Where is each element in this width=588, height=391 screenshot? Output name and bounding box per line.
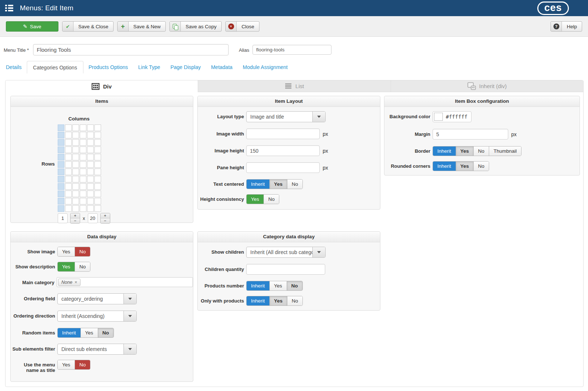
grid-cell[interactable]: [94, 139, 101, 146]
grid-cell[interactable]: [80, 169, 86, 175]
columns-increment-button[interactable]: +: [101, 213, 110, 218]
grid-cell[interactable]: [94, 191, 101, 197]
use-menu-name-no[interactable]: No: [75, 360, 90, 369]
products-number-no[interactable]: No: [287, 281, 302, 290]
grid-cell[interactable]: [65, 169, 72, 175]
grid-cell[interactable]: [87, 176, 94, 182]
main-category-input[interactable]: None ×: [57, 277, 193, 287]
pane-height-input[interactable]: [246, 162, 320, 173]
save-new-button[interactable]: + Save & New: [117, 21, 166, 32]
columns-count-input[interactable]: [88, 213, 98, 223]
grid-cell[interactable]: [94, 183, 101, 190]
save-copy-button[interactable]: Save as Copy: [169, 21, 222, 32]
text-centered-yes[interactable]: Yes: [269, 180, 287, 189]
grid-cell[interactable]: [72, 198, 79, 204]
grid-cell[interactable]: [87, 146, 94, 153]
rounded-corners-inherit[interactable]: Inherit: [433, 162, 456, 171]
grid-cell[interactable]: [87, 139, 94, 146]
tab-details[interactable]: Details: [6, 61, 27, 73]
grid-cell[interactable]: [87, 198, 94, 204]
border-no[interactable]: No: [473, 146, 489, 156]
grid-cell[interactable]: [58, 183, 64, 190]
grid-cell[interactable]: [87, 205, 94, 212]
tab-products-options[interactable]: Products Options: [83, 61, 133, 73]
only-with-products-yes[interactable]: Yes: [269, 296, 287, 305]
grid-cell[interactable]: [87, 169, 94, 175]
grid-cell[interactable]: [80, 176, 86, 182]
save-button[interactable]: ✎ Save: [6, 21, 58, 32]
background-color-picker[interactable]: #ffffff: [433, 111, 472, 122]
grid-cell[interactable]: [72, 139, 79, 146]
grid-cell[interactable]: [65, 132, 72, 138]
text-centered-inherit[interactable]: Inherit: [247, 180, 269, 189]
products-number-inherit[interactable]: Inherit: [247, 281, 269, 290]
grid-cell[interactable]: [72, 183, 79, 190]
grid-cell[interactable]: [65, 154, 72, 160]
grid-cell[interactable]: [58, 191, 64, 197]
grid-cell[interactable]: [58, 124, 64, 131]
border-thumbnail[interactable]: Thumbnail: [489, 146, 521, 156]
show-image-yes[interactable]: Yes: [58, 247, 75, 256]
grid-cell[interactable]: [72, 146, 79, 153]
grid-cell[interactable]: [87, 124, 94, 131]
rounded-corners-no[interactable]: No: [473, 162, 489, 171]
caret-down-icon[interactable]: [312, 247, 325, 257]
show-children-select[interactable]: Inherit (All direct sub categori…: [246, 247, 326, 258]
grid-cell[interactable]: [58, 146, 64, 153]
grid-cell[interactable]: [94, 169, 101, 175]
grid-cell[interactable]: [58, 154, 64, 160]
products-number-yes[interactable]: Yes: [269, 281, 287, 290]
subtab-div[interactable]: Div: [6, 80, 198, 92]
random-items-no[interactable]: No: [98, 328, 114, 337]
grid-cell[interactable]: [58, 139, 64, 146]
grid-cell[interactable]: [87, 132, 94, 138]
grid-cell[interactable]: [80, 183, 86, 190]
grid-cell[interactable]: [72, 176, 79, 182]
only-with-products-no[interactable]: No: [287, 296, 302, 305]
text-centered-no[interactable]: No: [287, 180, 302, 189]
height-consistency-yes[interactable]: Yes: [247, 195, 263, 204]
random-items-yes[interactable]: Yes: [80, 328, 98, 337]
grid-cell[interactable]: [87, 183, 94, 190]
grid-cell[interactable]: [65, 205, 72, 212]
grid-cell[interactable]: [94, 132, 101, 138]
grid-cell[interactable]: [80, 191, 86, 197]
grid-cell[interactable]: [58, 205, 64, 212]
grid-cell[interactable]: [72, 169, 79, 175]
grid-cell[interactable]: [87, 161, 94, 168]
tab-categories-options[interactable]: Categories Options: [27, 61, 83, 73]
grid-cell[interactable]: [58, 169, 64, 175]
help-button[interactable]: ? Help: [551, 21, 582, 32]
rows-decrement-button[interactable]: −: [71, 218, 80, 223]
only-with-products-inherit[interactable]: Inherit: [247, 296, 269, 305]
grid-cell[interactable]: [80, 154, 86, 160]
grid-cell[interactable]: [80, 139, 86, 146]
image-height-input[interactable]: [246, 145, 320, 156]
tab-module-assignment[interactable]: Module Assignment: [238, 61, 293, 73]
grid-cell[interactable]: [94, 146, 101, 153]
subtab-list[interactable]: List: [198, 80, 390, 92]
color-swatch[interactable]: [434, 113, 443, 121]
border-yes[interactable]: Yes: [456, 146, 473, 156]
grid-cell[interactable]: [58, 198, 64, 204]
rows-increment-button[interactable]: +: [71, 213, 80, 218]
close-button[interactable]: ✕ Close: [225, 21, 259, 32]
grid-cell[interactable]: [65, 183, 72, 190]
grid-cell[interactable]: [94, 205, 101, 212]
ordering-field-select[interactable]: category_ordering: [57, 293, 137, 304]
show-description-yes[interactable]: Yes: [58, 262, 75, 271]
subtab-inherit-div[interactable]: Inherit (div): [391, 80, 583, 92]
grid-cell[interactable]: [72, 132, 79, 138]
alias-input[interactable]: [252, 45, 331, 55]
columns-decrement-button[interactable]: −: [101, 218, 110, 223]
children-quantity-input[interactable]: [246, 264, 325, 275]
grid-cell[interactable]: [72, 154, 79, 160]
grid-cell[interactable]: [65, 146, 72, 153]
grid-cell[interactable]: [65, 161, 72, 168]
grid-cell[interactable]: [87, 191, 94, 197]
remove-chip-icon[interactable]: ×: [75, 280, 77, 285]
height-consistency-no[interactable]: No: [263, 195, 279, 204]
caret-down-icon[interactable]: [123, 294, 136, 304]
grid-cell[interactable]: [65, 198, 72, 204]
grid-cell[interactable]: [58, 161, 64, 168]
